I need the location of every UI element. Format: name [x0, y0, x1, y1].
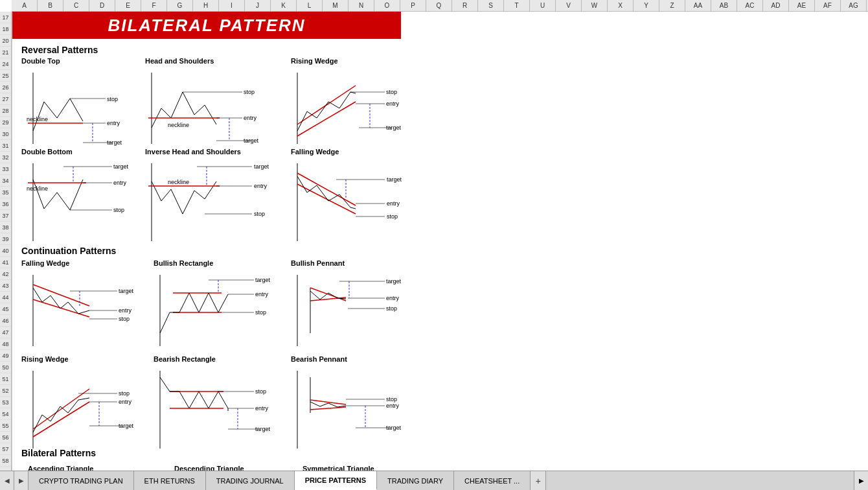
col-headers: A B C D E F G H I J K L M N O P Q R S T … [12, 0, 868, 12]
col-m: M [323, 0, 348, 11]
svg-text:entry: entry [119, 307, 132, 314]
bullish-rectangle-pattern: Bullish Rectangle target entry stop [154, 259, 283, 353]
svg-text:target: target [119, 423, 134, 429]
svg-text:target: target [254, 163, 269, 170]
svg-text:entry: entry [244, 115, 257, 121]
inverse-head-shoulders-pattern: Inverse Head and Shoulders neckline targ… [145, 148, 281, 251]
tab-bar: ◀ ▶ CRYPTO TRADING PLAN ETH RETURNS TRAD… [0, 471, 868, 490]
svg-text:stop: stop [244, 89, 255, 95]
svg-text:neckline: neckline [27, 185, 48, 192]
col-g: G [167, 0, 193, 11]
svg-text:target: target [244, 137, 259, 144]
col-w: W [582, 0, 608, 11]
col-f: F [141, 0, 167, 11]
continuation-section-header: Continuation Patterns [21, 245, 116, 257]
col-aa: AA [685, 0, 711, 11]
add-tab-btn[interactable]: + [531, 471, 546, 490]
col-h: H [193, 0, 219, 11]
col-d: D [89, 0, 115, 11]
head-and-shoulders-pattern: Head and Shoulders stop neckline entry t… [145, 57, 275, 150]
bearish-pennant-pattern: Bearish Pennant stop entry target [291, 355, 420, 458]
tab-crypto-trading-plan[interactable]: CRYPTO TRADING PLAN [29, 471, 134, 490]
rising-wedge-cont-pattern: Rising Wedge stop entry target [21, 355, 148, 458]
tab-trading-journal[interactable]: TRADING JOURNAL [206, 471, 295, 490]
svg-text:target: target [387, 176, 402, 183]
double-top-pattern: Double Top stop neckline entry target [21, 57, 141, 150]
col-q: Q [426, 0, 452, 11]
symmetrical-triangle-label: Symmetrical Triangle [303, 462, 374, 471]
col-s: S [478, 0, 504, 11]
row-headers: 17 18 20 21 24 25 26 27 28 29 30 31 32 3… [0, 12, 12, 471]
svg-text:target: target [255, 277, 271, 283]
col-p: P [400, 0, 426, 11]
svg-text:stop: stop [107, 96, 118, 102]
col-ac: AC [737, 0, 763, 11]
col-n: N [348, 0, 374, 11]
tab-price-patterns[interactable]: PRICE PATTERNS [295, 471, 377, 490]
svg-text:entry: entry [255, 291, 269, 298]
col-t: T [504, 0, 530, 11]
col-z: Z [659, 0, 685, 11]
svg-text:target: target [386, 278, 402, 285]
col-j: J [245, 0, 271, 11]
col-l: L [297, 0, 323, 11]
descending-triangle-label: Descending Triangle [174, 462, 244, 471]
tab-right-scroll[interactable]: ▶ [854, 471, 868, 490]
svg-text:target: target [255, 426, 271, 432]
svg-text:entry: entry [107, 120, 120, 126]
col-r: R [452, 0, 478, 11]
col-a: A [12, 0, 38, 11]
falling-wedge-reversal-pattern: Falling Wedge target entry stop [291, 148, 420, 251]
svg-text:entry: entry [387, 200, 400, 207]
svg-text:neckline: neckline [168, 122, 189, 128]
svg-text:stop: stop [387, 213, 398, 220]
bilateral-section-header: Bilateral Patterns [21, 447, 96, 459]
banner-title: BILATERAL PATTERN [108, 16, 305, 36]
svg-text:stop: stop [386, 305, 397, 312]
ascending-triangle-label: Ascending Triangle [28, 462, 93, 471]
col-i: I [219, 0, 245, 11]
col-x: X [608, 0, 634, 11]
col-af: AF [815, 0, 841, 11]
tab-scroll-right-btn[interactable]: ▶ [14, 471, 29, 490]
svg-text:stop: stop [255, 388, 266, 395]
bearish-rectangle-pattern: Bearish Rectangle stop entry target [154, 355, 283, 458]
svg-text:target: target [107, 139, 122, 146]
svg-text:entry: entry [255, 405, 269, 412]
svg-text:target: target [386, 124, 402, 131]
col-y: Y [634, 0, 659, 11]
col-ab: AB [711, 0, 737, 11]
col-ad: AD [763, 0, 789, 11]
svg-text:entry: entry [254, 183, 268, 189]
svg-text:stop: stop [119, 390, 130, 397]
svg-text:entry: entry [386, 100, 400, 107]
svg-line-114 [310, 407, 346, 410]
tab-cheatsheet[interactable]: CHEATSHEET ... [454, 471, 531, 490]
svg-text:stop: stop [386, 89, 397, 95]
svg-line-62 [33, 299, 89, 317]
svg-text:stop: stop [254, 211, 265, 217]
col-e: E [115, 0, 141, 11]
col-u: U [530, 0, 556, 11]
svg-text:target: target [386, 425, 402, 431]
svg-line-113 [310, 400, 346, 404]
svg-line-52 [297, 184, 356, 214]
col-ag: AG [841, 0, 867, 11]
tab-scroll-left-btn[interactable]: ◀ [0, 471, 14, 490]
svg-text:stop: stop [255, 309, 266, 316]
col-o: O [374, 0, 400, 11]
col-v: V [556, 0, 582, 11]
svg-text:neckline: neckline [168, 179, 189, 185]
svg-text:stop: stop [386, 396, 397, 402]
svg-text:target: target [113, 163, 129, 170]
tab-trading-diary[interactable]: TRADING DIARY [377, 471, 454, 490]
svg-text:stop: stop [119, 316, 130, 322]
svg-text:entry: entry [386, 402, 400, 409]
tab-eth-returns[interactable]: ETH RETURNS [134, 471, 206, 490]
falling-wedge-cont-pattern: Falling Wedge target entry stop [21, 259, 148, 353]
spreadsheet-content: BILATERAL PATTERN Reversal Patterns Doub… [12, 12, 868, 471]
svg-text:entry: entry [119, 399, 132, 405]
col-k: K [271, 0, 297, 11]
col-ae: AE [789, 0, 815, 11]
col-b: B [38, 0, 63, 11]
